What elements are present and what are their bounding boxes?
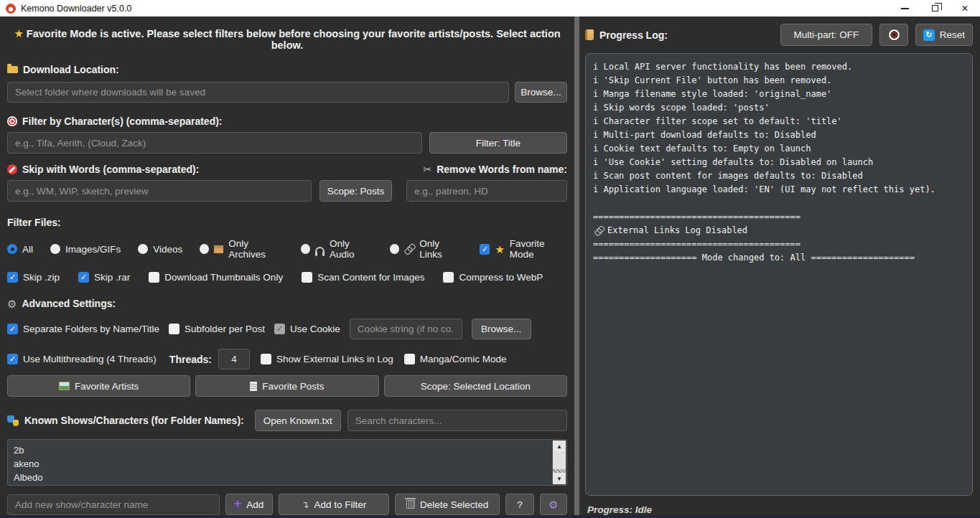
- checkbox-scan-content[interactable]: Scan Content for Images: [302, 272, 424, 283]
- restore-icon: [932, 5, 938, 11]
- list-item[interactable]: akeno: [14, 457, 566, 471]
- threads-input[interactable]: [218, 349, 250, 369]
- log-buttons: Multi-part: OFF Reset: [780, 24, 973, 46]
- checkbox-checked-icon: [7, 324, 18, 334]
- link-icon: [593, 224, 606, 237]
- radio-all[interactable]: All: [7, 244, 33, 255]
- favorite-posts-button[interactable]: Favorite Posts: [195, 375, 378, 397]
- checkbox-show-external-links[interactable]: Show External Links in Log: [261, 354, 393, 364]
- log-line: i 'Use Cookie' setting defaults to: Disa…: [593, 156, 965, 169]
- minimize-button[interactable]: [890, 0, 920, 17]
- character-filter-input[interactable]: [7, 132, 422, 154]
- scroll-down-button[interactable]: ▼: [553, 473, 566, 484]
- scope-selected-location-button[interactable]: Scope: Selected Location: [384, 375, 567, 397]
- checkbox-label: Subfolder per Post: [185, 324, 265, 334]
- radio-videos[interactable]: Videos: [138, 244, 182, 255]
- checkbox-use-cookie[interactable]: Use Cookie: [274, 324, 340, 334]
- radio-icon: [390, 244, 399, 254]
- picture-icon: [59, 382, 70, 390]
- checkbox-checked-icon: [480, 244, 490, 255]
- skip-words-input[interactable]: [7, 180, 312, 202]
- minimize-icon: [901, 8, 909, 9]
- plus-icon: +: [234, 497, 242, 510]
- log-line: i Application language loaded: 'EN' (UI …: [593, 183, 965, 197]
- checkbox-subfolder-per-post[interactable]: Subfolder per Post: [169, 324, 265, 334]
- eye-button[interactable]: [879, 24, 908, 46]
- radio-selected-icon: [7, 244, 17, 254]
- checkbox-label: Show External Links in Log: [276, 354, 393, 364]
- checkbox-label: Use Multithreading (4 Threads): [23, 354, 157, 364]
- radio-only-links[interactable]: Only Links: [390, 238, 461, 260]
- target-icon: [7, 116, 17, 126]
- checkbox-label: Manga/Comic Mode: [420, 354, 507, 364]
- skip-scope-button[interactable]: Scope: Posts: [319, 180, 392, 202]
- download-browse-button[interactable]: Browse...: [515, 82, 567, 103]
- known-characters-list[interactable]: ▲ ▼ 2bakenoAlbedoAndroid 18Android 21: [7, 439, 567, 486]
- advanced-settings-label: ⚙ Advanced Settings:: [7, 298, 567, 309]
- checkbox-favorite-mode[interactable]: ★ Favorite Mode: [480, 238, 567, 260]
- filter-files-label-text: Filter Files:: [7, 217, 61, 228]
- checkbox-label: Compress to WebP: [459, 272, 543, 283]
- checkbox-skip-rar[interactable]: Skip .rar: [78, 272, 130, 283]
- log-line: i Manga filename style loaded: 'original…: [593, 88, 965, 101]
- close-button[interactable]: ×: [950, 0, 980, 17]
- checkbox-download-thumbnails[interactable]: Download Thumbnails Only: [149, 272, 283, 283]
- list-item[interactable]: Albedo: [14, 471, 566, 484]
- radio-images-gifs[interactable]: Images/GIFs: [50, 244, 121, 255]
- filter-scope-button[interactable]: Filter: Title: [429, 132, 567, 154]
- radio-label: All: [22, 244, 33, 255]
- checkbox-compress-webp[interactable]: Compress to WebP: [443, 272, 543, 283]
- checkbox-manga-comic-mode[interactable]: Manga/Comic Mode: [404, 354, 507, 364]
- checkbox-checked-icon: [7, 272, 18, 283]
- checkbox-use-multithreading[interactable]: Use Multithreading (4 Threads): [7, 354, 157, 364]
- checkbox-separate-folders[interactable]: Separate Folders by Name/Title: [7, 324, 159, 334]
- checkbox-checked-icon: [7, 354, 18, 364]
- favorite-mode-banner: ★Favorite Mode is active. Please select …: [7, 28, 567, 51]
- settings-button[interactable]: ⚙: [540, 494, 567, 515]
- search-characters-input[interactable]: [347, 410, 567, 431]
- radio-only-audio[interactable]: Only Audio: [301, 238, 373, 260]
- cookie-string-input[interactable]: [350, 319, 462, 339]
- action-buttons-row: Favorite Artists Favorite Posts Scope: S…: [7, 375, 567, 397]
- delete-selected-button[interactable]: Delete Selected: [395, 494, 500, 515]
- checkbox-icon: [149, 272, 159, 283]
- favorite-artists-button[interactable]: Favorite Artists: [7, 375, 190, 397]
- help-button[interactable]: ?: [505, 494, 534, 515]
- add-to-filter-button[interactable]: ↴ Add to Filter: [279, 494, 390, 515]
- radio-icon: [301, 244, 310, 254]
- radio-icon: [200, 244, 209, 254]
- add-button[interactable]: + Add: [225, 494, 273, 515]
- reset-button[interactable]: Reset: [915, 24, 973, 46]
- list-item[interactable]: Android 18: [14, 484, 566, 486]
- list-item[interactable]: 2b: [14, 443, 566, 457]
- checkbox-icon: [302, 272, 312, 283]
- button-label: Reset: [940, 29, 965, 40]
- progress-log-header: Progress Log: Multi-part: OFF Reset: [585, 24, 973, 46]
- remove-words-input[interactable]: [406, 180, 567, 202]
- checkbox-label: Separate Folders by Name/Title: [23, 324, 159, 334]
- open-known-txt-button[interactable]: Open Known.txt: [255, 410, 341, 431]
- radio-label: Only Audio: [330, 238, 373, 260]
- download-location-row: Browse...: [7, 82, 567, 103]
- known-shows-row: Known Shows/Characters (for Folder Names…: [7, 410, 567, 431]
- titlebar: Kemono Downloader v5.0.0 ×: [0, 0, 980, 17]
- download-location-input[interactable]: [7, 82, 509, 103]
- app-logo-icon: [6, 4, 16, 14]
- checkbox-label: Skip .rar: [94, 272, 130, 283]
- gear-icon: ⚙: [7, 298, 17, 309]
- add-character-input[interactable]: [7, 494, 220, 515]
- log-line: i Multi-part download defaults to: Disab…: [593, 128, 965, 142]
- log-line: ========================================: [593, 210, 965, 224]
- checkbox-skip-zip[interactable]: Skip .zip: [7, 272, 60, 283]
- log-line: i Cookie text defaults to: Empty on laun…: [593, 142, 965, 156]
- checkbox-icon: [443, 272, 454, 283]
- list-scrollbar[interactable]: ▲ ▼: [552, 441, 566, 484]
- progress-log-output[interactable]: i Local API server functionality has bee…: [585, 53, 973, 496]
- scroll-up-button[interactable]: ▲: [553, 441, 566, 452]
- cookie-browse-button[interactable]: Browse...: [472, 319, 531, 339]
- radio-only-archives[interactable]: Only Archives: [200, 238, 284, 260]
- maximize-button[interactable]: [920, 0, 950, 17]
- scroll-thumb[interactable]: [553, 452, 566, 469]
- panel-splitter[interactable]: [574, 17, 579, 515]
- multipart-toggle-button[interactable]: Multi-part: OFF: [780, 24, 872, 46]
